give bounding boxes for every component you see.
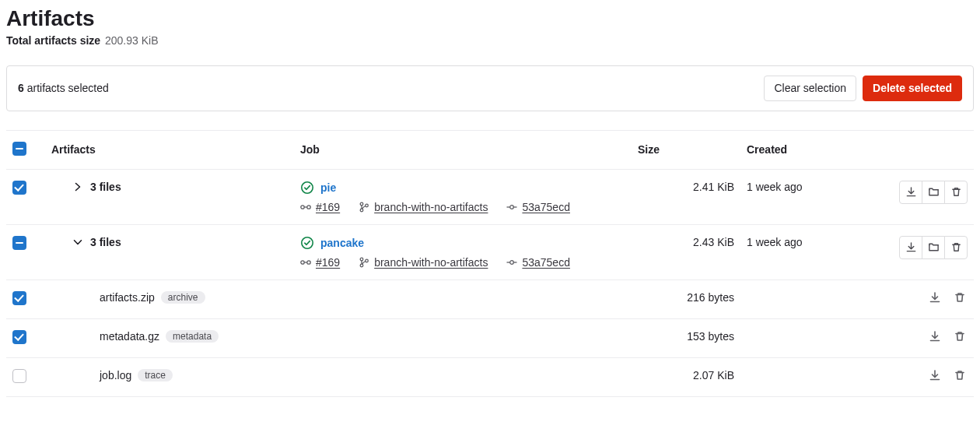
files-count: 3 files: [90, 181, 121, 193]
svg-point-9: [307, 261, 310, 264]
download-icon[interactable]: [929, 291, 943, 305]
svg-point-1: [301, 206, 304, 209]
chevron-down-icon[interactable]: [73, 237, 82, 247]
svg-point-10: [360, 258, 363, 261]
branch-link[interactable]: branch-with-no-artifacts: [374, 256, 488, 269]
selection-count-text: artifacts selected: [27, 82, 109, 94]
table-row: 3 files pancake: [6, 224, 974, 280]
svg-point-3: [360, 202, 363, 206]
job-name-link[interactable]: pie: [320, 181, 336, 194]
size-cell: 216 bytes: [632, 280, 740, 318]
files-count: 3 files: [90, 236, 121, 248]
svg-point-2: [307, 206, 310, 209]
selection-count-number: 6: [18, 82, 24, 94]
pipeline-link[interactable]: #169: [316, 201, 340, 213]
table-row: artifacts.zip archive 216 bytes: [6, 280, 974, 318]
browse-button[interactable]: [922, 236, 945, 259]
status-success-icon: [300, 181, 314, 195]
file-tag: archive: [161, 291, 205, 304]
total-artifacts-size: Total artifacts size 200.93 KiB: [6, 34, 974, 47]
size-cell: 153 bytes: [632, 318, 740, 357]
delete-icon[interactable]: [954, 291, 968, 305]
svg-point-7: [302, 237, 313, 248]
row-checkbox[interactable]: [12, 181, 26, 195]
size-cell: 2.43 KiB: [632, 224, 740, 280]
delete-button[interactable]: [944, 236, 968, 259]
pipeline-icon: [300, 202, 311, 213]
download-button[interactable]: [899, 181, 922, 204]
selection-bar: 6 artifacts selected Clear selection Del…: [6, 65, 974, 111]
download-icon[interactable]: [929, 369, 943, 383]
commit-link[interactable]: 53a75ecd: [522, 256, 570, 269]
svg-point-8: [301, 261, 304, 264]
file-tag: metadata: [166, 330, 219, 343]
svg-point-11: [360, 264, 363, 267]
svg-point-13: [510, 260, 514, 264]
created-cell: 1 week ago: [740, 169, 880, 224]
file-name: job.log: [100, 369, 131, 381]
table-row: metadata.gz metadata 153 bytes: [6, 318, 974, 357]
chevron-right-icon[interactable]: [73, 182, 82, 192]
delete-selected-button[interactable]: Delete selected: [863, 76, 962, 101]
select-all-checkbox[interactable]: [12, 142, 26, 156]
svg-point-12: [366, 259, 369, 262]
branch-icon: [359, 257, 369, 268]
svg-point-5: [366, 204, 369, 207]
status-success-icon: [300, 236, 314, 250]
commit-icon: [506, 257, 517, 268]
delete-button[interactable]: [944, 181, 968, 204]
file-name: metadata.gz: [100, 330, 159, 343]
browse-button[interactable]: [922, 181, 945, 204]
artifacts-table: Artifacts Job Size Created 3 files: [6, 130, 974, 397]
column-header-job[interactable]: Job: [294, 130, 632, 169]
selection-count: 6 artifacts selected: [18, 82, 109, 94]
commit-link[interactable]: 53a75ecd: [522, 201, 570, 213]
column-header-created[interactable]: Created: [740, 130, 880, 169]
row-checkbox[interactable]: [12, 369, 26, 383]
created-cell: 1 week ago: [740, 224, 880, 280]
job-name-link[interactable]: pancake: [320, 237, 364, 249]
column-header-artifacts[interactable]: Artifacts: [45, 130, 294, 169]
commit-icon: [506, 202, 517, 213]
branch-icon: [359, 202, 369, 213]
branch-link[interactable]: branch-with-no-artifacts: [374, 201, 488, 213]
delete-icon[interactable]: [954, 369, 968, 383]
row-checkbox[interactable]: [12, 291, 26, 305]
pipeline-link[interactable]: #169: [316, 256, 340, 269]
total-size-value: 200.93 KiB: [105, 34, 159, 47]
svg-point-0: [302, 182, 313, 193]
file-name: artifacts.zip: [100, 291, 155, 304]
table-row: job.log trace 2.07 KiB: [6, 357, 974, 396]
file-tag: trace: [138, 369, 173, 381]
size-cell: 2.07 KiB: [632, 357, 740, 396]
table-row: 3 files pie: [6, 169, 974, 224]
svg-point-6: [510, 205, 514, 209]
page-title: Artifacts: [6, 6, 974, 31]
delete-icon[interactable]: [954, 330, 968, 344]
total-size-label: Total artifacts size: [6, 34, 100, 47]
download-icon[interactable]: [929, 330, 943, 344]
svg-point-4: [360, 209, 363, 212]
size-cell: 2.41 KiB: [632, 169, 740, 224]
pipeline-icon: [300, 257, 311, 268]
column-header-size[interactable]: Size: [632, 130, 740, 169]
clear-selection-button[interactable]: Clear selection: [764, 76, 856, 101]
download-button[interactable]: [899, 236, 922, 259]
row-checkbox[interactable]: [12, 236, 26, 250]
row-checkbox[interactable]: [12, 330, 26, 344]
